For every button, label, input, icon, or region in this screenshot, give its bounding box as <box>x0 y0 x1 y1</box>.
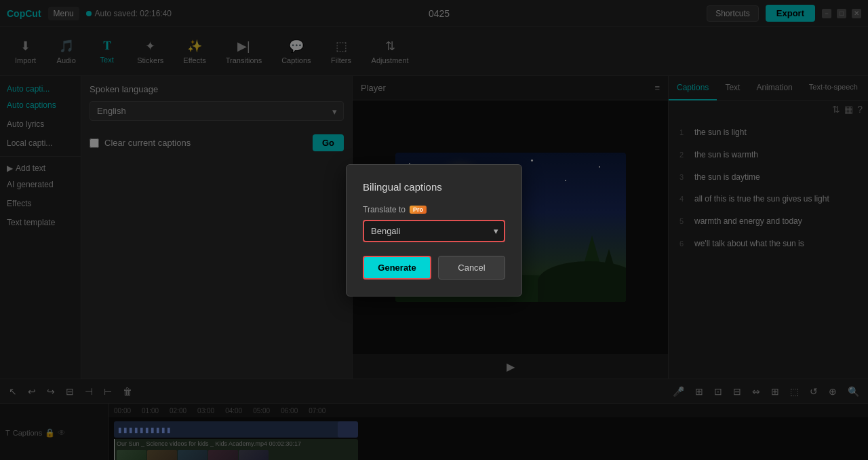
cancel-button[interactable]: Cancel <box>438 256 505 280</box>
bilingual-captions-modal: Bilingual captions Translate to Pro Beng… <box>346 164 522 296</box>
pro-badge: Pro <box>410 206 427 214</box>
modal-buttons: Generate Cancel <box>363 256 505 280</box>
language-dropdown-wrapper: Bengali Hindi Spanish French German Chin… <box>363 220 505 242</box>
modal-title: Bilingual captions <box>363 181 505 193</box>
modal-overlay: Bilingual captions Translate to Pro Beng… <box>0 0 868 460</box>
generate-button[interactable]: Generate <box>363 256 431 280</box>
translate-to-label: Translate to Pro <box>363 205 505 214</box>
language-dropdown[interactable]: Bengali Hindi Spanish French German Chin… <box>363 220 505 242</box>
